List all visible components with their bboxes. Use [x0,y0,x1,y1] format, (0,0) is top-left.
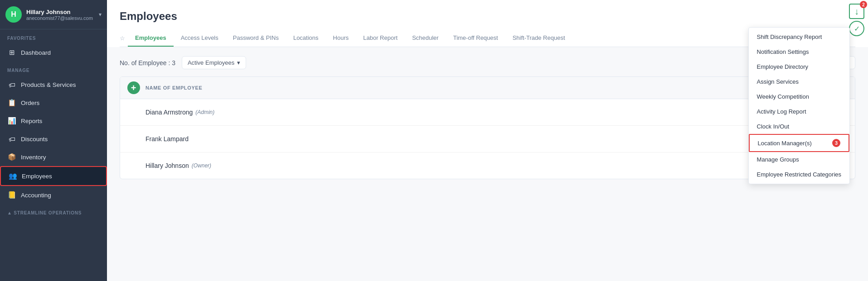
page-title: Employees [120,10,855,23]
section-streamline: ▲ STREAMLINE OPERATIONS [0,204,107,218]
employee-badge: (Owner) [192,162,211,169]
tab-locations[interactable]: Locations [286,30,326,47]
badge-number: 2 [860,1,867,8]
accounting-icon: 📒 [7,191,16,200]
dropdown-item-weekly-competition[interactable]: Weekly Competition [749,89,849,104]
dropdown-item-employee-restricted[interactable]: Employee Restricted Categories [749,167,849,182]
sidebar-item-label: Employees [22,173,52,180]
checkmark-icon: ✓ [854,24,860,33]
dashboard-icon: ⊞ [7,48,16,57]
tab-time-off-request[interactable]: Time-off Request [446,30,505,47]
sidebar-item-orders[interactable]: 📋 Orders [0,94,107,112]
tab-access-levels[interactable]: Access Levels [174,30,226,47]
employee-badge: (Admin) [195,109,214,115]
employee-table: + NAME OF EMPLOYEE Diana Armstrong (Admi… [120,76,855,179]
toolbar: No. of Employee : 3 Active Employees ▾ [120,56,855,69]
chevron-down-icon: ▾ [99,11,102,18]
tab-employees[interactable]: Employees [128,30,174,47]
tab-hours[interactable]: Hours [326,30,356,47]
avatar: H [5,6,22,23]
sidebar-item-reports[interactable]: 📊 Reports [0,112,107,130]
section-manage: MANAGE [0,62,107,76]
sidebar-item-label: Discounts [21,136,48,143]
employee-name: Frank Lampard [145,135,189,143]
sidebar-header[interactable]: H Hillary Johnson aneconomist77@salesvu.… [0,0,107,29]
sidebar-item-inventory[interactable]: 📦 Inventory [0,148,107,166]
employees-icon: 👥 [8,171,17,181]
table-header-row: + NAME OF EMPLOYEE [120,77,855,99]
sidebar: H Hillary Johnson aneconomist77@salesvu.… [0,0,107,281]
filter-label: Active Employees [188,59,234,66]
tab-scheduler[interactable]: Scheduler [405,30,446,47]
dropdown-item-notification-settings[interactable]: Notification Settings [749,44,849,59]
user-info: Hillary Johnson aneconomist77@salesvu.co… [26,9,96,21]
dropdown-item-shift-discrepancy[interactable]: Shift Discrepancy Report [749,29,849,44]
location-managers-badge: 3 [832,139,840,147]
dropdown-item-activity-log-report[interactable]: Activity Log Report [749,104,849,119]
dropdown-item-manage-groups[interactable]: Manage Groups [749,152,849,167]
employee-name: Hillary Johnson [145,162,189,169]
table-row: Diana Armstrong (Admin) ▶ [120,99,855,126]
employee-count: No. of Employee : 3 [120,59,175,67]
employee-name: Diana Armstrong [145,109,193,116]
circle-check-button[interactable]: ✓ [849,21,864,36]
main-content: Employees ☆ Employees Access Levels Pass… [107,0,868,281]
sidebar-item-label: Orders [21,100,39,106]
add-employee-button[interactable]: + [127,81,140,94]
sidebar-item-employees[interactable]: 👥 Employees [0,166,107,186]
sidebar-item-label: Reports [21,118,42,124]
active-employees-dropdown[interactable]: Active Employees ▾ [182,56,246,69]
sidebar-item-label: Accounting [21,192,51,199]
location-managers-label: Location Manager(s) [758,140,812,147]
star-icon: ☆ [120,35,125,42]
orders-icon: 📋 [7,98,16,107]
dropdown-item-assign-services[interactable]: Assign Services [749,74,849,89]
sidebar-item-dashboard[interactable]: ⊞ Dashboard [0,43,107,62]
chevron-down-icon: ▾ [237,59,240,66]
sidebar-item-accounting[interactable]: 📒 Accounting [0,186,107,204]
section-favorites: FAVORITES [0,29,107,43]
tab-labor-report[interactable]: Labor Report [356,30,405,47]
down-arrow-icon: ↓ [854,6,859,17]
reports-icon: 📊 [7,116,16,125]
tab-bar: ☆ Employees Access Levels Password & PIN… [120,30,855,47]
tab-shift-trade-request[interactable]: Shift-Trade Request [505,30,572,47]
table-row: Hillary Johnson (Owner) ▶ [120,152,855,179]
top-right-controls: ↓ 2 ✓ [849,4,864,36]
table-col-name: NAME OF EMPLOYEE [145,85,202,90]
download-arrow-button[interactable]: ↓ 2 [849,4,864,19]
sidebar-item-discounts[interactable]: 🏷 Discounts [0,130,107,148]
inventory-icon: 📦 [7,152,16,162]
tab-password-pins[interactable]: Password & PINs [226,30,286,47]
table-row: Frank Lampard ▶ [120,126,855,152]
user-email: aneconomist77@salesvu.com [26,15,96,21]
dropdown-menu: Shift Discrepancy Report Notification Se… [748,27,850,184]
dropdown-item-location-managers[interactable]: Location Manager(s) 3 [749,134,849,152]
products-icon: 🏷 [7,80,16,89]
sidebar-item-label: Inventory [21,154,46,161]
dropdown-item-clock-in-out[interactable]: Clock In/Out [749,119,849,134]
sidebar-item-label: Dashboard [21,49,51,56]
sidebar-item-label: Products & Services [21,81,76,88]
sidebar-item-products-services[interactable]: 🏷 Products & Services [0,76,107,94]
discounts-icon: 🏷 [7,134,16,143]
dropdown-item-employee-directory[interactable]: Employee Directory [749,59,849,74]
user-name: Hillary Johnson [26,9,96,15]
